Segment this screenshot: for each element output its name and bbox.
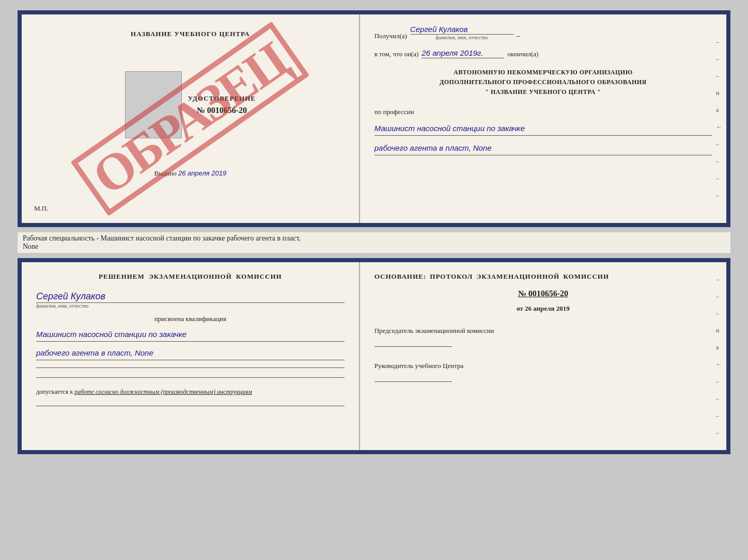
top-document: НАЗВАНИЕ УЧЕБНОГО ЦЕНТРА УДОСТОВЕРЕНИЕ №… <box>18 10 730 227</box>
org-line3: " НАЗВАНИЕ УЧЕБНОГО ЦЕНТРА " <box>375 87 712 97</box>
vtomchto-row: в том, что он(а) 26 апреля 2019г. окончи… <box>375 49 712 58</box>
qual-line1: Машинист насосной станции по закачке <box>36 327 345 342</box>
caption-text: Рабочая специальность - Машинист насосно… <box>23 234 301 242</box>
person-name: Сергей Кулаков <box>36 291 345 303</box>
org-block: АВТОНОМНУЮ НЕКОММЕРЧЕСКУЮ ОРГАНИЗАЦИЮ ДО… <box>375 68 712 98</box>
vydano-line: Выдано 26 апреля 2019 <box>154 169 226 178</box>
udostoverenie-number: № 0010656-20 <box>197 106 247 115</box>
predsedatel-block: Председатель экзаменационной комиссии <box>375 325 712 347</box>
ot-date: 26 апреля 2019 <box>525 305 570 312</box>
prisvoena-label: присвоена квалификация <box>36 315 345 323</box>
rukovoditel-label: Руководитель учебного Центра <box>375 360 712 372</box>
predsedatel-label: Председатель экзаменационной комиссии <box>375 325 712 337</box>
caption-line2: None <box>23 243 38 250</box>
osnov-title: Основание: протокол экзаменационной коми… <box>375 273 712 281</box>
photo-placeholder <box>125 71 182 138</box>
profession-label: по профессии <box>375 108 712 116</box>
predsedatel-sig-line <box>375 339 712 347</box>
top-left-panel: НАЗВАНИЕ УЧЕБНОГО ЦЕНТРА УДОСТОВЕРЕНИЕ №… <box>22 14 360 223</box>
bottom-right-panel: Основание: протокол экзаменационной коми… <box>360 262 726 450</box>
rukovoditel-sig-line <box>375 374 712 382</box>
person-name-hint: фамилия, имя, отчество <box>36 303 345 309</box>
poluchil-label: Получил(а) <box>375 32 407 40</box>
vtomchto-label: в том, что он(а) <box>375 50 419 58</box>
dopuskaetsya-block: допускается к работе согласно должностны… <box>36 387 345 396</box>
rukovoditel-block: Руководитель учебного Центра <box>375 360 712 382</box>
side-marks-top: – – – и а ← – – – – <box>716 38 722 199</box>
protocol-number: № 0010656-20 <box>375 289 712 298</box>
top-left-title: НАЗВАНИЕ УЧЕБНОГО ЦЕНТРА <box>131 30 250 38</box>
org-line2: ДОПОЛНИТЕЛЬНОГО ПРОФЕССИОНАЛЬНОГО ОБРАЗО… <box>375 77 712 87</box>
dopuskaetsya-label: допускается к <box>36 388 73 395</box>
vydano-label: Выдано <box>154 169 176 177</box>
top-right-panel: Получил(а) Сергей Кулаков фамилия, имя, … <box>360 14 726 223</box>
vydano-date: 26 апреля 2019 <box>178 169 226 177</box>
side-marks-bottom: – – – и а ← – – – – <box>716 276 722 437</box>
dopuskaetsya-value: работе согласно должностным (производств… <box>74 388 252 395</box>
bottom-document: Решением экзаменационной комиссии Сергей… <box>18 258 730 454</box>
okonchil-label: окончил(а) <box>507 50 538 58</box>
predsedatel-signature <box>375 339 452 347</box>
poluchil-row: Получил(а) Сергей Кулаков фамилия, имя, … <box>375 25 712 40</box>
qual-line2: рабочего агента в пласт, None <box>36 346 345 360</box>
rukovoditel-signature <box>375 374 452 382</box>
mp-label: М.П. <box>34 204 48 213</box>
ot-label: от <box>517 305 523 312</box>
udostoverenie-label: УДОСТОВЕРЕНИЕ <box>188 94 256 103</box>
profession-line1: Машинист насосной станции по закачке <box>375 121 712 136</box>
komissia-title: Решением экзаменационной комиссии <box>36 273 345 281</box>
vtomchto-value: 26 апреля 2019г. <box>422 49 504 58</box>
dash1: – <box>517 31 521 40</box>
bottom-left-panel: Решением экзаменационной комиссии Сергей… <box>22 262 360 450</box>
protocol-date: от 26 апреля 2019 <box>375 305 712 313</box>
familia-hint: фамилия, имя, отчество <box>410 35 513 40</box>
caption-block: Рабочая специальность - Машинист насосно… <box>18 232 730 253</box>
profession-line2: рабочего агента в пласт, None <box>375 141 712 155</box>
org-line1: АВТОНОМНУЮ НЕКОММЕРЧЕСКУЮ ОРГАНИЗАЦИЮ <box>375 68 712 77</box>
poluchil-value: Сергей Кулаков <box>410 25 513 35</box>
